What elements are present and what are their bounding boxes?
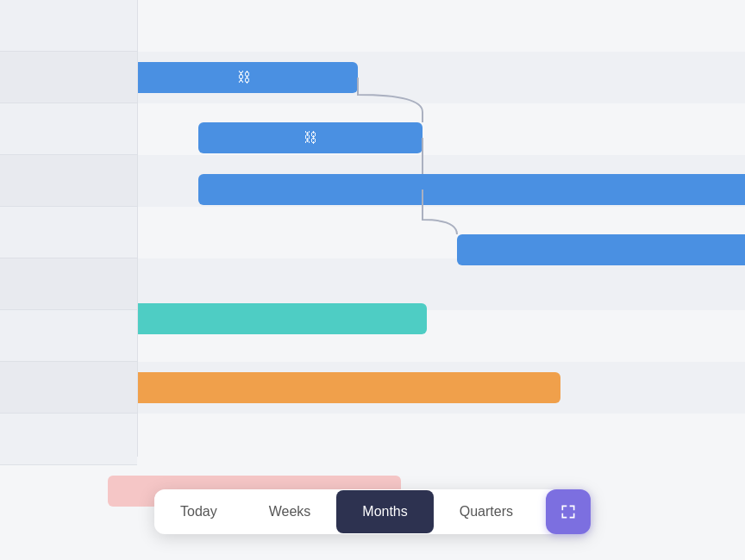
sidebar-row [0,0,137,52]
months-button[interactable]: Months [336,490,433,533]
gantt-bar-4[interactable] [198,174,745,205]
gantt-container: ⛓ ⛓ ⛓ [0,0,745,560]
gantt-bar-7[interactable] [108,372,560,403]
sidebar-row [0,414,137,465]
weeks-button[interactable]: Weeks [243,490,337,533]
sidebar-row [0,258,137,310]
sidebar-row [0,310,137,362]
expand-button[interactable] [546,489,591,534]
gantt-bar-2[interactable]: ⛓ [129,62,358,93]
sidebar-row [0,52,137,103]
sidebar-row [0,103,137,155]
gantt-bar-3[interactable]: ⛓ [198,122,423,153]
gantt-bar-5[interactable] [457,234,745,265]
sidebar-row [0,207,137,258]
toolbar: Today Weeks Months Quarters [154,489,591,534]
quarters-button[interactable]: Quarters [434,490,539,533]
link-icon: ⛓ [304,130,317,146]
link-icon: ⛓ [237,70,251,85]
sidebar [0,0,138,457]
today-button[interactable]: Today [154,490,243,533]
sidebar-row [0,362,137,414]
expand-icon [560,503,577,520]
sidebar-row [0,155,137,207]
